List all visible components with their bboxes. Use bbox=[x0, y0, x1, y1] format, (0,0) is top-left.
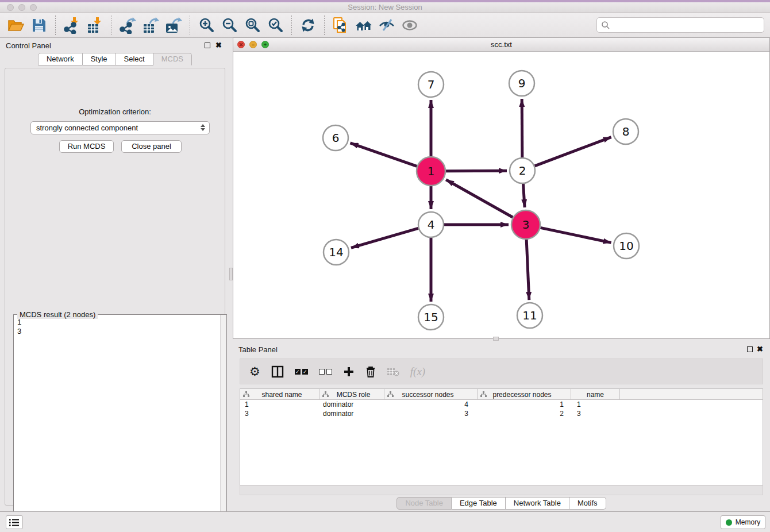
graph-edge-3-1[interactable] bbox=[446, 180, 513, 218]
close-panel-button[interactable]: Close panel bbox=[121, 140, 182, 153]
graph-edge-1-6[interactable] bbox=[350, 143, 417, 167]
column-header-shared-name[interactable]: shared name bbox=[240, 389, 319, 400]
table-row[interactable]: 1 dominator 4 1 1 bbox=[240, 400, 763, 409]
graph-node-11[interactable]: 11 bbox=[517, 303, 542, 328]
tab-motifs[interactable]: Motifs bbox=[569, 497, 606, 510]
hide-selected-button[interactable] bbox=[375, 15, 398, 36]
zoom-out-button[interactable] bbox=[218, 15, 241, 36]
horizontal-splitter-handle[interactable] bbox=[493, 337, 499, 341]
node-table: shared name MCDS role successor nodes bbox=[240, 388, 763, 485]
duplicate-network-icon bbox=[332, 17, 349, 34]
graph-edge-2-8[interactable] bbox=[535, 137, 611, 166]
search-field[interactable] bbox=[596, 17, 764, 33]
import-network-icon bbox=[63, 17, 80, 34]
add-column-button[interactable] bbox=[343, 363, 355, 380]
result-line: 3 bbox=[14, 327, 226, 336]
float-panel-icon[interactable] bbox=[747, 346, 753, 352]
save-session-button[interactable] bbox=[28, 15, 51, 36]
graph-node-2[interactable]: 2 bbox=[510, 158, 535, 183]
graph-node-3[interactable]: 3 bbox=[511, 210, 540, 239]
memory-status-icon bbox=[726, 519, 732, 526]
column-header-successor-nodes[interactable]: successor nodes bbox=[384, 389, 478, 400]
export-image-button[interactable] bbox=[162, 15, 185, 36]
svg-text:10: 10 bbox=[619, 239, 633, 253]
status-bar: Memory bbox=[0, 511, 770, 532]
column-type-icon bbox=[387, 391, 394, 398]
zoom-in-button[interactable] bbox=[195, 15, 218, 36]
network-window-titlebar[interactable]: ✕ − + scc.txt bbox=[233, 38, 769, 52]
graph-node-8[interactable]: 8 bbox=[613, 119, 638, 144]
column-header-predecessor-nodes[interactable]: predecessor nodes bbox=[478, 389, 571, 400]
control-panel-title: Control Panel bbox=[6, 41, 51, 50]
refresh-icon bbox=[300, 17, 316, 33]
network-canvas[interactable]: 7968124314101511 bbox=[233, 52, 769, 338]
zoom-selected-button[interactable] bbox=[264, 15, 287, 36]
unchecked-box-icon bbox=[326, 369, 332, 375]
cell-mcds-role: dominator bbox=[319, 400, 384, 409]
float-panel-icon[interactable] bbox=[205, 43, 210, 48]
export-table-button[interactable] bbox=[139, 15, 162, 36]
tab-node-table[interactable]: Node Table bbox=[396, 497, 452, 510]
tab-style[interactable]: Style bbox=[83, 53, 116, 65]
toolbar-separator bbox=[324, 16, 325, 35]
graph-node-10[interactable]: 10 bbox=[614, 233, 639, 259]
delete-table-button[interactable] bbox=[387, 363, 399, 380]
table-header-row: shared name MCDS role successor nodes bbox=[240, 389, 763, 400]
graph-edge-1-2[interactable] bbox=[446, 171, 507, 171]
selected-option: strongly connected component bbox=[36, 124, 138, 132]
export-network-button[interactable] bbox=[116, 15, 139, 36]
zoom-fit-button[interactable] bbox=[241, 15, 264, 36]
graph-node-7[interactable]: 7 bbox=[418, 72, 444, 97]
vertical-splitter-handle[interactable] bbox=[229, 268, 233, 280]
tab-select[interactable]: Select bbox=[116, 53, 153, 65]
graph-edge-2-9[interactable] bbox=[522, 99, 522, 157]
import-network-button[interactable] bbox=[60, 15, 83, 36]
memory-label: Memory bbox=[736, 518, 760, 526]
graph-node-6[interactable]: 6 bbox=[323, 125, 348, 151]
graph-edge-2-3[interactable] bbox=[523, 184, 525, 207]
tab-mcds[interactable]: MCDS bbox=[153, 53, 192, 65]
checked-box-icon: ✓ bbox=[302, 369, 308, 375]
toolbar-separator bbox=[190, 16, 190, 35]
column-settings-button[interactable]: ⚙ bbox=[249, 363, 260, 380]
column-header-name[interactable]: name bbox=[571, 389, 620, 400]
task-history-button[interactable] bbox=[6, 515, 23, 529]
tab-edge-table[interactable]: Edge Table bbox=[452, 497, 506, 510]
tab-network[interactable]: Network bbox=[38, 53, 83, 65]
table-tabs: Node Table Edge Table Network Table Moti… bbox=[233, 497, 770, 510]
memory-button[interactable]: Memory bbox=[721, 515, 765, 529]
unselect-all-columns-button[interactable] bbox=[319, 363, 332, 380]
select-all-columns-button[interactable]: ✓ ✓ bbox=[295, 363, 308, 380]
first-neighbors-button[interactable] bbox=[352, 15, 375, 36]
apply-layout-button[interactable] bbox=[297, 15, 319, 36]
graph-node-1[interactable]: 1 bbox=[417, 157, 445, 186]
result-scrollbar[interactable] bbox=[220, 315, 226, 531]
table-row[interactable]: 3 dominator 3 2 3 bbox=[240, 409, 763, 418]
tab-network-table[interactable]: Network Table bbox=[506, 497, 569, 510]
delete-columns-button[interactable] bbox=[365, 363, 376, 380]
graph-node-14[interactable]: 14 bbox=[324, 240, 349, 265]
function-builder-button[interactable]: f(x) bbox=[410, 363, 425, 380]
column-type-icon bbox=[243, 391, 249, 398]
graph-node-9[interactable]: 9 bbox=[509, 71, 534, 96]
import-table-button[interactable] bbox=[83, 15, 106, 36]
close-panel-icon[interactable]: ✖ bbox=[215, 41, 222, 49]
show-all-button[interactable] bbox=[398, 15, 421, 36]
run-mcds-button[interactable]: Run MCDS bbox=[59, 140, 114, 153]
optimization-criterion-select[interactable]: strongly connected component bbox=[30, 121, 210, 134]
graph-edge-3-11[interactable] bbox=[526, 240, 529, 300]
toolbar-separator bbox=[55, 16, 56, 35]
graph-edge-4-14[interactable] bbox=[351, 228, 418, 248]
new-network-from-selection-button[interactable] bbox=[329, 15, 352, 36]
graph-node-15[interactable]: 15 bbox=[418, 304, 444, 330]
graph-edge-3-10[interactable] bbox=[540, 228, 611, 242]
open-session-button[interactable] bbox=[5, 15, 28, 36]
search-input[interactable] bbox=[610, 20, 764, 31]
window-title: Session: New Session bbox=[0, 3, 770, 11]
graph-node-4[interactable]: 4 bbox=[418, 212, 444, 237]
svg-text:6: 6 bbox=[332, 131, 340, 145]
table-horizontal-scrollbar[interactable] bbox=[240, 485, 763, 495]
column-header-mcds-role[interactable]: MCDS role bbox=[319, 389, 384, 400]
split-panel-button[interactable] bbox=[271, 363, 284, 380]
close-panel-icon[interactable]: ✖ bbox=[757, 345, 763, 353]
